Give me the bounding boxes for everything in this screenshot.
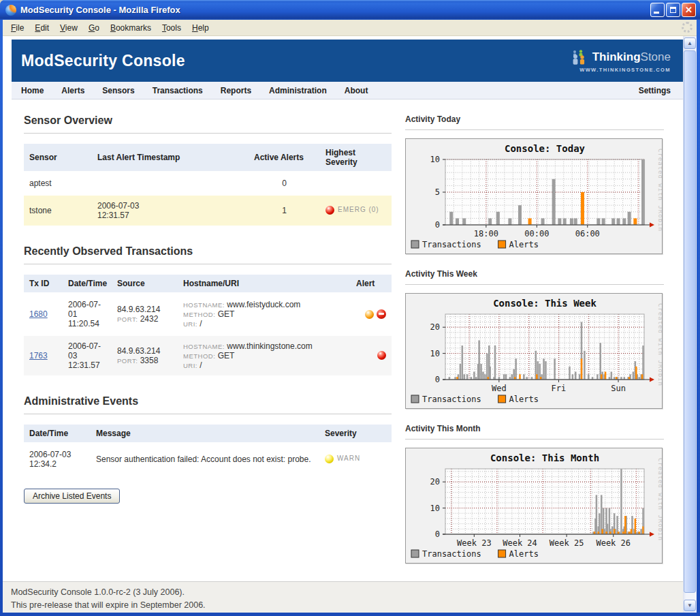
sensor-severity	[320, 173, 392, 194]
menu-bookmarks[interactable]: Bookmarks	[105, 20, 157, 35]
event-date: 2006-07-03	[29, 450, 71, 459]
tx-id-link[interactable]: 1680	[29, 309, 48, 319]
table-row: tstone 2006-07-03 12:31.57 1 EMERG (0)	[24, 196, 392, 226]
transactions-table: Tx ID Date/Time Source Hostname/URI Aler…	[24, 273, 392, 378]
svg-text:Console: This Week: Console: This Week	[493, 298, 596, 309]
nav-home[interactable]: Home	[21, 86, 44, 95]
activity-month-heading: Activity This Month	[405, 424, 664, 440]
alert-blocked-icon	[377, 309, 386, 319]
sensor-timestamp	[92, 173, 249, 194]
svg-text:Alerts: Alerts	[509, 240, 539, 249]
scrollbar-thumb[interactable]	[684, 50, 696, 593]
main-nav: Home Alerts Sensors Transactions Reports…	[12, 82, 683, 99]
port-label: PORT:	[117, 315, 138, 323]
page-title: ModSecurity Console	[21, 52, 185, 70]
browser-viewport: ModSecurity Console ThinkingStone WWW.TH…	[3, 36, 697, 613]
tx-alert	[351, 336, 392, 375]
svg-text:0: 0	[435, 375, 440, 384]
tx-method: GET	[218, 351, 235, 360]
menu-bar: File Edit View Go Bookmarks Tools Help	[3, 20, 697, 36]
svg-text:Console: Today: Console: Today	[505, 143, 586, 154]
svg-text:Week 26: Week 26	[596, 538, 631, 548]
hostname-label: HOSTNAME:	[183, 301, 225, 309]
svg-text:10: 10	[430, 504, 440, 513]
svg-text:Week 23: Week 23	[457, 538, 492, 548]
svg-text:Alerts: Alerts	[509, 549, 539, 559]
svg-text:00:00: 00:00	[524, 229, 549, 238]
nav-settings[interactable]: Settings	[639, 86, 671, 95]
scroll-down-button[interactable]: ▼	[684, 600, 696, 611]
nav-transactions[interactable]: Transactions	[153, 86, 203, 95]
tx-uri: /	[200, 360, 202, 370]
maximize-icon	[670, 7, 676, 13]
tx-id-link[interactable]: 1763	[29, 351, 48, 360]
transactions-heading: Recently Observed Transactions	[24, 245, 392, 264]
tx-hostname-uri: HOSTNAME: www.thinkingstone.com METHOD: …	[178, 336, 351, 375]
archive-listed-events-button[interactable]: Archive Listed Events	[24, 489, 120, 504]
activity-week-heading: Activity This Week	[405, 269, 664, 285]
event-time: 12:34.2	[29, 459, 57, 469]
activity-week-chart: 01020WedFriSunConsole: This WeekTransact…	[405, 293, 663, 409]
close-button[interactable]: ✕	[682, 3, 696, 17]
severity-label: EMERG (0)	[338, 206, 379, 213]
maximize-button[interactable]	[666, 3, 680, 17]
vertical-scrollbar[interactable]: ▲ ▼	[683, 36, 697, 613]
col-source: Source	[112, 275, 178, 292]
alert-warning-icon	[365, 310, 374, 319]
thinkingstone-logo: ThinkingStone WWW.THINKINGSTONE.COM	[571, 49, 671, 73]
col-tx-id: Tx ID	[24, 275, 63, 292]
svg-text:18:00: 18:00	[474, 229, 498, 238]
menu-edit[interactable]: Edit	[29, 20, 54, 35]
table-row: 2006-07-0312:34.2 Sensor authentication …	[24, 444, 392, 474]
footer-expiry: This pre-release that will expire in Sep…	[11, 599, 683, 612]
uri-label: URI:	[183, 320, 197, 328]
page-content: ModSecurity Console ThinkingStone WWW.TH…	[3, 36, 683, 613]
event-datetime: 2006-07-0312:34.2	[24, 444, 91, 474]
hostname-label: HOSTNAME:	[183, 343, 225, 350]
tx-source: 84.9.63.214PORT: 3358	[112, 336, 178, 375]
menu-view[interactable]: View	[54, 20, 83, 35]
col-highest-severity: Highest Severity	[320, 144, 392, 171]
menu-help[interactable]: Help	[187, 20, 214, 35]
svg-text:Console: This Month: Console: This Month	[490, 452, 599, 463]
minimize-icon	[654, 12, 659, 14]
severity-label: WARN	[337, 455, 360, 462]
svg-text:06:00: 06:00	[575, 229, 600, 238]
sensor-severity: EMERG (0)	[320, 196, 392, 226]
col-sensor: Sensor	[24, 144, 92, 171]
tx-hostname: www.feistyduck.com	[227, 300, 300, 309]
port-label: PORT:	[117, 357, 138, 365]
tx-uri: /	[200, 319, 202, 328]
nav-sensors[interactable]: Sensors	[102, 86, 134, 95]
severity-critical-icon	[325, 206, 334, 215]
tx-alert	[351, 294, 392, 334]
uri-label: URI:	[183, 362, 197, 369]
sensor-overview-table: Sensor Last Alert Timestamp Active Alert…	[24, 142, 392, 228]
tx-datetime: 2006-07-0312:31.57	[63, 336, 112, 375]
scroll-up-button[interactable]: ▲	[684, 37, 696, 49]
activity-month-chart: 01020Week 23Week 24Week 25Week 26Console…	[405, 448, 663, 564]
tx-hostname-uri: HOSTNAME: www.feistyduck.com METHOD: GET…	[178, 294, 351, 334]
nav-administration[interactable]: Administration	[269, 86, 327, 95]
footer-version: ModSecurity Console 1.0.0-rc-2 (3 July 2…	[11, 586, 683, 599]
nav-reports[interactable]: Reports	[221, 86, 251, 95]
title-bar: ModSecurity Console - Mozilla Firefox ✕	[0, 0, 700, 20]
browser-window: ModSecurity Console - Mozilla Firefox ✕ …	[0, 0, 700, 616]
minimize-button[interactable]	[650, 3, 665, 17]
menu-go[interactable]: Go	[83, 20, 105, 35]
menu-tools[interactable]: Tools	[157, 20, 187, 35]
tx-ip: 84.9.63.214	[117, 305, 160, 314]
menu-file[interactable]: File	[5, 20, 29, 35]
site-header: ModSecurity Console ThinkingStone WWW.TH…	[12, 40, 683, 82]
tx-ip: 84.9.63.214	[117, 346, 160, 356]
sensor-name: aptest	[24, 173, 92, 194]
svg-text:20: 20	[430, 477, 440, 487]
sensor-name: tstone	[24, 196, 92, 226]
nav-about[interactable]: About	[345, 86, 368, 95]
tx-method: GET	[218, 309, 235, 319]
brand-url: WWW.THINKINGSTONE.COM	[579, 67, 671, 73]
firefox-icon	[5, 5, 16, 16]
nav-alerts[interactable]: Alerts	[61, 86, 84, 95]
col-hostname-uri: Hostname/URI	[178, 275, 351, 292]
brand-bold: Thinking	[592, 50, 641, 63]
